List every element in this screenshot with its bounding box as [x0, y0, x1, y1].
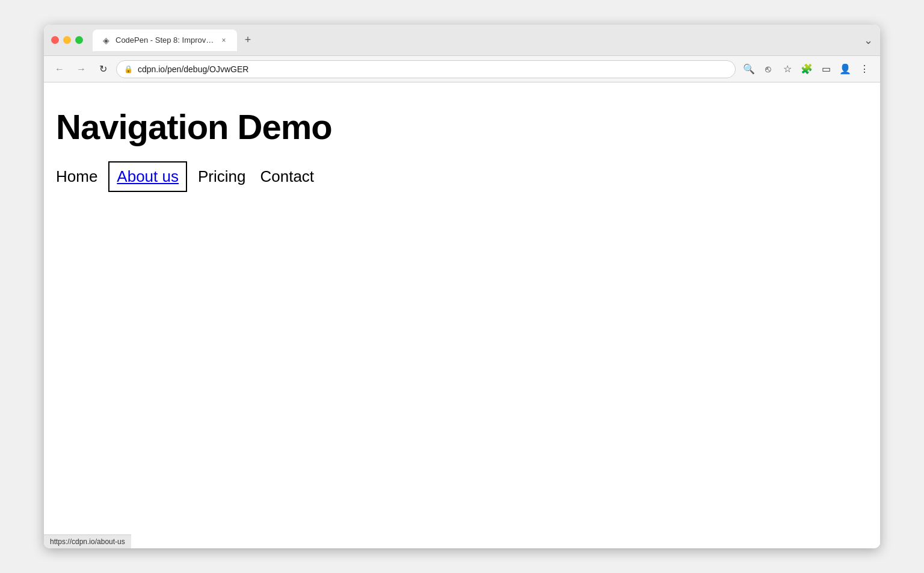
tab-bar: ◈ CodePen - Step 8: Improve fo... × + ⌄: [93, 29, 873, 51]
address-text: cdpn.io/pen/debug/OJvwGER: [138, 64, 728, 74]
navigation-bar: ← → ↻ 🔒 cdpn.io/pen/debug/OJvwGER 🔍 ⎋ ☆ …: [44, 56, 880, 82]
sidebar-icon[interactable]: ▭: [818, 61, 834, 78]
profile-icon[interactable]: 👤: [837, 61, 854, 78]
nav-link-contact[interactable]: Contact: [260, 167, 314, 186]
search-icon[interactable]: 🔍: [741, 61, 757, 78]
maximize-button[interactable]: [75, 36, 83, 44]
tab-title: CodePen - Step 8: Improve fo...: [116, 36, 214, 45]
share-icon[interactable]: ⎋: [760, 61, 777, 78]
status-bar: https://cdpn.io/about-us: [44, 534, 131, 548]
navigation-links: Home About us Pricing Contact: [56, 165, 868, 188]
active-tab[interactable]: ◈ CodePen - Step 8: Improve fo... ×: [93, 29, 237, 51]
browser-window: ◈ CodePen - Step 8: Improve fo... × + ⌄ …: [44, 25, 880, 548]
reload-button[interactable]: ↻: [94, 61, 111, 78]
back-button[interactable]: ←: [51, 61, 68, 78]
title-bar: ◈ CodePen - Step 8: Improve fo... × + ⌄: [44, 25, 880, 56]
status-url: https://cdpn.io/about-us: [50, 537, 125, 546]
menu-icon[interactable]: ⋮: [856, 61, 873, 78]
tab-favicon-icon: ◈: [101, 36, 111, 45]
nav-actions: 🔍 ⎋ ☆ 🧩 ▭ 👤 ⋮: [741, 61, 873, 78]
nav-link-pricing[interactable]: Pricing: [198, 167, 245, 186]
bookmark-icon[interactable]: ☆: [779, 61, 796, 78]
tab-close-button[interactable]: ×: [219, 36, 229, 45]
address-bar[interactable]: 🔒 cdpn.io/pen/debug/OJvwGER: [116, 60, 736, 78]
lock-icon: 🔒: [124, 65, 133, 73]
page-content: Navigation Demo Home About us Pricing Co…: [44, 82, 880, 548]
traffic-lights: [51, 36, 83, 44]
new-tab-button[interactable]: +: [239, 32, 256, 49]
nav-link-about-us[interactable]: About us: [112, 165, 183, 188]
minimize-button[interactable]: [63, 36, 71, 44]
page-title: Navigation Demo: [56, 107, 868, 147]
extension-icon[interactable]: 🧩: [798, 61, 815, 78]
nav-link-home[interactable]: Home: [56, 167, 97, 186]
close-button[interactable]: [51, 36, 59, 44]
forward-button[interactable]: →: [73, 61, 90, 78]
tab-overflow-button[interactable]: ⌄: [864, 34, 873, 47]
